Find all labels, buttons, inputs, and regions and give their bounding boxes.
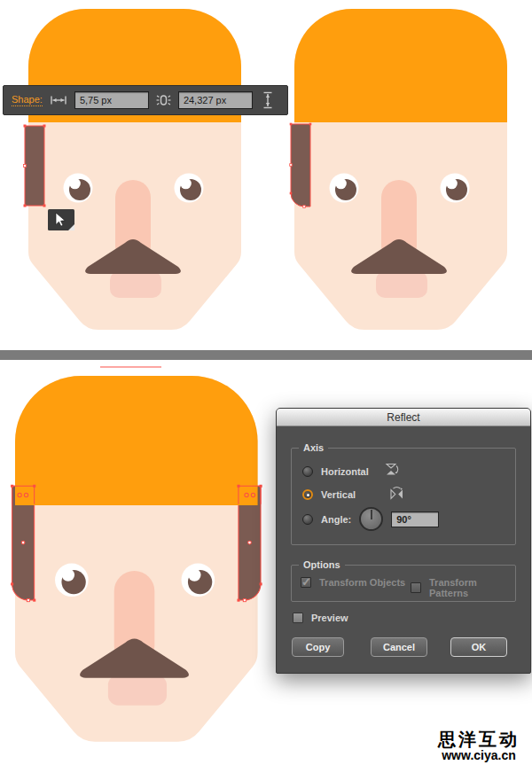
shape-label[interactable]: Shape:: [12, 94, 43, 106]
transform-objects-checkbox[interactable]: [301, 577, 311, 588]
horizontal-radio[interactable]: [302, 466, 313, 477]
angle-input[interactable]: [391, 511, 439, 527]
horizontal-label: Horizontal: [321, 466, 369, 477]
shape-height-input[interactable]: [178, 91, 253, 109]
axis-option-angle[interactable]: Angle:: [302, 507, 439, 531]
watermark-url: www.ciya.cn: [438, 749, 520, 761]
reflect-vertical-axis-icon: [389, 486, 404, 503]
axis-group: Axis Horizontal Vertical: [291, 448, 516, 545]
watermark-brand: 思洋互动: [438, 730, 520, 749]
vertical-radio[interactable]: [302, 489, 313, 500]
transform-objects-option: Transform Objects: [301, 577, 405, 588]
dialog-title: Reflect: [387, 411, 419, 424]
section-divider: [0, 350, 532, 360]
transform-objects-label: Transform Objects: [319, 577, 405, 588]
dialog-titlebar[interactable]: Reflect: [277, 409, 530, 426]
copy-button[interactable]: Copy: [292, 637, 344, 657]
sideburn-rectangle-selected[interactable]: [25, 126, 44, 206]
face-bottom[interactable]: [11, 376, 262, 742]
watermark: 思洋互动 www.ciya.cn: [438, 730, 520, 761]
ok-button[interactable]: OK: [450, 637, 507, 657]
vertical-label: Vertical: [321, 489, 356, 500]
face-top-left[interactable]: [24, 9, 242, 330]
shape-width-input[interactable]: [74, 91, 149, 109]
angle-label: Angle:: [321, 514, 351, 525]
preview-label: Preview: [311, 613, 348, 623]
hair-shape[interactable]: [15, 376, 258, 505]
reflect-horizontal-axis-icon: [384, 463, 400, 480]
height-measure-icon: [262, 91, 274, 109]
face-top-right[interactable]: [290, 9, 507, 330]
axis-legend: Axis: [299, 441, 328, 454]
cancel-button[interactable]: Cancel: [371, 637, 427, 657]
preview-checkbox[interactable]: [293, 613, 303, 623]
shape-measure-toolbar: Shape:: [3, 85, 288, 115]
selection-cursor-icon: [48, 209, 74, 234]
transform-patterns-option: Transform Patterns: [411, 577, 515, 598]
preview-option[interactable]: Preview: [293, 613, 348, 623]
hair-shape[interactable]: [294, 9, 507, 122]
angle-radio[interactable]: [302, 514, 313, 525]
transform-patterns-label: Transform Patterns: [429, 577, 515, 598]
axis-option-horizontal[interactable]: Horizontal: [302, 463, 400, 480]
options-group: Options Transform Objects Transform Patt…: [291, 565, 516, 602]
reflect-dialog: Reflect Axis Horizontal Vertical: [276, 408, 531, 674]
tutorial-canvas: Shape:: [0, 0, 532, 765]
transform-patterns-checkbox[interactable]: [411, 582, 421, 593]
options-legend: Options: [299, 558, 345, 571]
unlink-chain-icon[interactable]: [156, 91, 171, 109]
axis-option-vertical[interactable]: Vertical: [302, 486, 404, 503]
sideburn-rounded-selected[interactable]: [291, 124, 310, 207]
angle-dial[interactable]: [359, 507, 383, 531]
width-measure-icon: [51, 95, 66, 105]
